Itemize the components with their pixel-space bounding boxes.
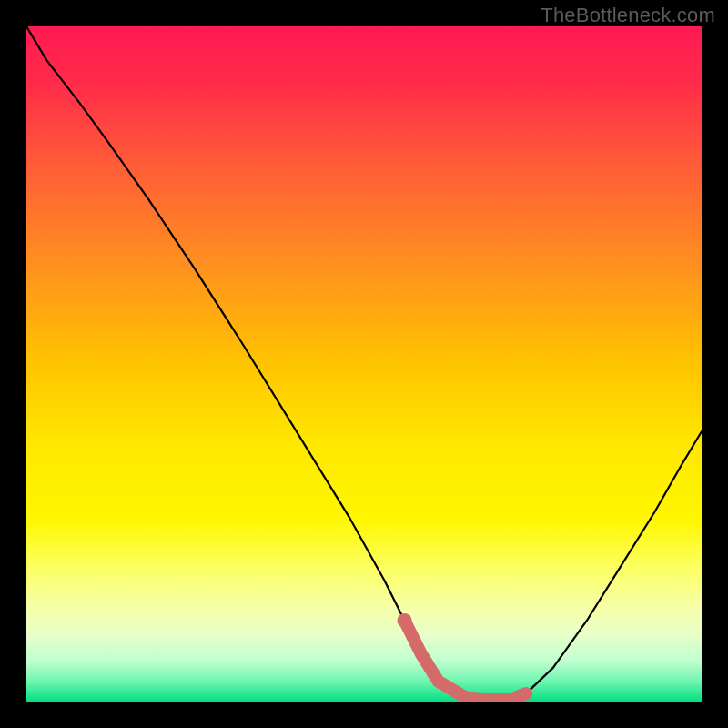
optimal-zone-dot xyxy=(398,613,412,628)
chart-plot-area xyxy=(26,26,702,702)
chart-svg xyxy=(26,26,702,702)
watermark-text: TheBottleneck.com xyxy=(541,4,715,27)
